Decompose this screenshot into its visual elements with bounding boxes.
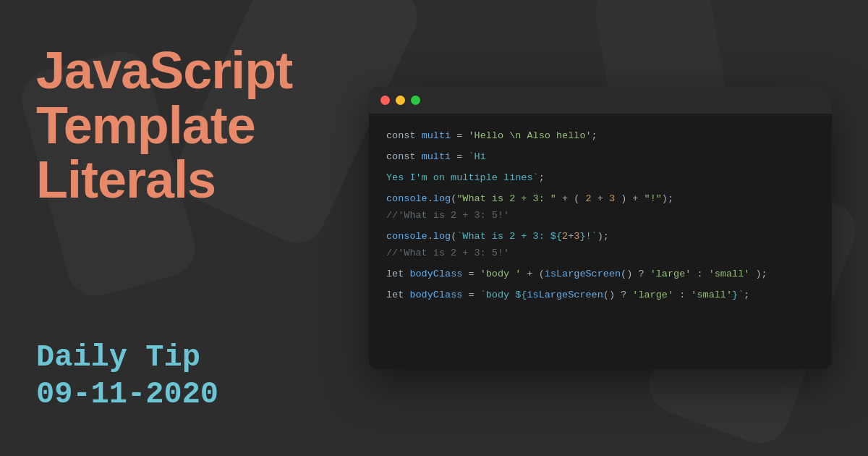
minimize-icon[interactable] [396,96,405,105]
code-line-10: console.log(`What is 2 + 3: ${2+3}!`); [386,229,814,245]
page-title: JavaScript Template Literals [36,43,369,208]
bottom-left: Daily Tip 09-11-2020 [36,339,369,413]
code-line-7: console.log("What is 2 + 3: " + ( 2 + 3 … [386,191,814,208]
close-icon[interactable] [380,96,390,105]
code-line-1: const multi = 'Hello \n Also hello'; [386,128,814,145]
maximize-icon[interactable] [411,96,420,105]
code-line-5: Yes I'm on multiple lines`; [386,170,814,187]
code-block: const multi = 'Hello \n Also hello'; con… [369,114,832,318]
code-line-3: const multi = `Hi [386,149,814,166]
date-label: 09-11-2020 [36,376,369,413]
code-line-15: let bodyClass = `body ${isLargeScreen() … [386,287,814,304]
left-panel: JavaScript Template Literals Daily Tip 0… [36,29,369,427]
page-content: JavaScript Template Literals Daily Tip 0… [0,0,868,456]
code-line-8: //'What is 2 + 3: 5!' [386,208,814,224]
daily-tip-label: Daily Tip [36,339,369,376]
window-titlebar [369,87,832,114]
title-line2: Literals [36,151,216,208]
code-line-13: let bodyClass = 'body ' + (isLargeScreen… [386,266,814,283]
code-line-11: //'What is 2 + 3: 5!' [386,245,814,262]
code-window: const multi = 'Hello \n Also hello'; con… [369,87,832,369]
title-line1: JavaScript Template [36,41,292,154]
right-panel: const multi = 'Hello \n Also hello'; con… [369,87,832,369]
